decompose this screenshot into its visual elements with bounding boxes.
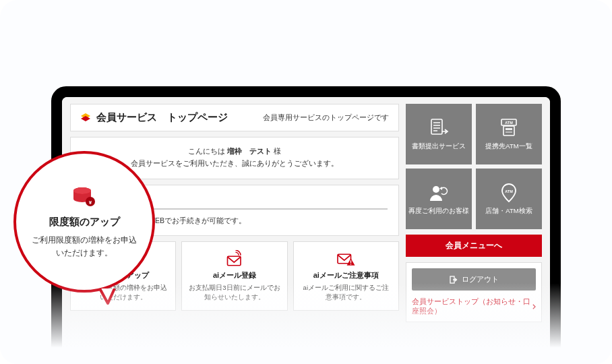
atm-pin-icon: ATM [497,183,520,203]
svg-rect-6 [227,256,241,266]
page-subtitle: 会員専用サービスのトップページです [263,113,389,123]
tile-label: 書類提出サービス [412,142,466,151]
logout-icon [450,276,458,284]
svg-rect-10 [350,264,351,264]
stack-icon [80,113,91,123]
greeting-line-1: こんにちは 増枠 テスト 様 [82,146,388,158]
svg-rect-19 [506,128,512,130]
svg-text:ATM: ATM [505,121,513,125]
stage: 会員サービス トップページ 会員専用サービスのトップページです こんにちは 増枠… [0,0,612,364]
tile-label: 提携先ATM一覧 [485,142,532,151]
member-menu-box: ログアウト 会員サービストップ（お知らせ・口座照会） [406,262,542,322]
svg-point-21 [433,186,439,193]
card-ai-mail-notice[interactable]: aiメールご注意事項 aiメールご利用に関するご注意事項です。 [293,241,399,311]
page-title: 会員サービス トップページ [96,111,228,124]
card-title: aiメールご注意事項 [301,270,392,280]
card-desc: お支払期日3日前にメールでお知らせいたします。 [189,283,280,302]
mail-signal-icon [224,250,245,268]
page-title-bar: 会員サービス トップページ 会員専用サービスのトップページです [70,104,399,131]
svg-rect-18 [503,126,514,135]
atm-icon: ATM [497,118,520,138]
database-yen-icon: ¥ [71,185,98,209]
tile-returning-customer[interactable]: 再度ご利用のお客様 [406,169,472,229]
card-ai-mail-register[interactable]: aiメール登録 お支払期日3日前にメールでお知らせいたします。 [181,241,287,311]
greeting-prefix: こんにちは [188,147,227,155]
svg-point-26 [73,187,91,194]
svg-rect-11 [431,119,442,134]
tile-grid: 書類提出サービス ATM [406,104,542,229]
card-desc: aiメールご利用に関するご注意事項です。 [301,283,392,302]
logout-label: ログアウト [462,274,499,284]
greeting-name: 増枠 テスト [227,147,272,155]
member-menu-heading: 会員メニューへ [406,235,542,257]
svg-marker-22 [439,187,442,190]
tile-atm-list[interactable]: ATM 提携先ATM一覧 [476,104,542,164]
callout-desc: ご利用限度額の増枠をお申込いただけます。 [30,234,139,259]
document-arrow-icon [427,118,450,138]
mail-alert-icon [336,250,356,268]
tile-label: 再度ご利用のお客様 [408,207,469,216]
member-service-top-link[interactable]: 会員サービストップ（お知らせ・口座照会） [412,297,536,316]
callout-bubble: ¥ 限度額のアップ ご利用限度額の増枠をお申込いただけます。 [13,151,155,293]
svg-rect-9 [350,260,351,263]
greeting-suffix: 様 [272,147,281,155]
svg-text:ATM: ATM [505,189,513,193]
tile-store-atm-search[interactable]: ATM 店舗・ATM検索 [476,169,542,229]
callout-title: 限度額のアップ [49,216,120,229]
card-title: aiメール登録 [189,270,280,280]
person-refresh-icon [427,183,450,203]
tile-document-submit[interactable]: 書類提出サービス [406,104,472,164]
tile-label: 店舗・ATM検索 [485,207,532,216]
logout-button[interactable]: ログアウト [412,268,536,291]
svg-text:¥: ¥ [89,199,92,205]
menu-link-label: 会員サービストップ（お知らせ・口座照会） [412,297,532,316]
side-column: 書類提出サービス ATM [406,104,542,364]
chevron-right-icon [532,303,536,310]
